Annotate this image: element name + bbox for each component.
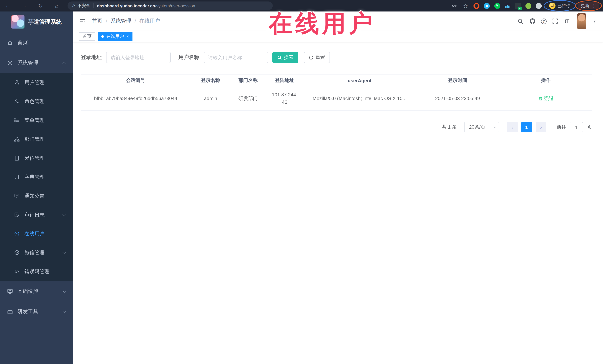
active-dot-icon [101, 35, 104, 38]
online-icon [14, 231, 20, 237]
extensions-icon[interactable] [536, 3, 542, 9]
sidebar-item-audit-log[interactable]: 审计日志 [0, 205, 73, 224]
url-path: /system/user-session [155, 3, 195, 8]
page-size-select[interactable]: 20条/页 ▾ [464, 122, 499, 132]
sidebar-item-system[interactable]: 系统管理 [0, 53, 73, 73]
chevron-down-icon [62, 212, 66, 216]
home-icon[interactable]: ⌂ [53, 3, 60, 9]
tree-icon [14, 136, 20, 142]
extension-icon-5[interactable]: en [515, 3, 521, 9]
sidebar-item-sms[interactable]: 短信管理 [0, 243, 73, 262]
tab-online-users[interactable]: 在线用户 × [98, 32, 133, 41]
cell-ip: 101.87.244. 46 [265, 86, 304, 111]
sidebar-item-home[interactable]: 首页 [0, 32, 73, 53]
next-page-button[interactable]: › [536, 122, 546, 132]
browser-menu-icon[interactable]: ⋮ [591, 3, 596, 9]
avatar[interactable] [577, 13, 586, 29]
breadcrumb-home[interactable]: 首页 [92, 18, 103, 24]
update-chip[interactable]: 更新 ⋮ [578, 2, 599, 9]
reset-button[interactable]: 重置 [304, 52, 330, 63]
shield-check-icon [14, 249, 20, 256]
cell-username: admin [190, 86, 231, 111]
page-number-1[interactable]: 1 [521, 122, 532, 132]
sidebar-item-online-users[interactable]: 在线用户 [0, 224, 73, 243]
github-icon[interactable] [529, 18, 536, 24]
key-icon[interactable] [451, 2, 458, 9]
sidebar-item-label: 短信管理 [24, 249, 45, 256]
warning-icon: ⚠ [72, 3, 76, 8]
chevron-down-icon [62, 309, 66, 313]
sidebar-item-roles[interactable]: 角色管理 [0, 92, 73, 111]
chevron-down-icon[interactable]: ▾ [594, 19, 596, 23]
sidebar-item-devtools[interactable]: 研发工具 [0, 301, 73, 322]
reset-button-label: 重置 [315, 54, 325, 61]
address-label: 登录地址 [81, 54, 102, 61]
sessions-table: 会话编号 登录名称 部门名称 登陆地址 userAgent 登录时间 操作 bf… [81, 75, 592, 111]
address-input[interactable] [106, 52, 171, 63]
col-actions: 操作 [500, 75, 592, 86]
sidebar-item-label: 通知公告 [24, 193, 45, 199]
fullscreen-icon[interactable] [552, 18, 558, 24]
col-login-time: 登录时间 [415, 75, 500, 86]
address-bar[interactable]: ⚠ 不安全 dashboard.yudao.iocoder.cn/system/… [68, 1, 273, 10]
extension-icon-2[interactable] [484, 3, 490, 9]
sidebar-item-label: 部门管理 [24, 136, 45, 143]
help-icon[interactable]: ? [541, 18, 547, 24]
chevron-down-icon [62, 289, 66, 292]
app-logo-row[interactable]: 芋道管理系统 [0, 11, 73, 32]
font-size-icon[interactable]: tT [564, 18, 570, 24]
tab-label: 首页 [83, 33, 92, 39]
sidebar-item-label: 岗位管理 [24, 155, 45, 161]
hamburger-icon[interactable] [79, 17, 86, 25]
sidebar-item-menus[interactable]: 菜单管理 [0, 111, 73, 130]
table-row: bfbb1ab79ba849e49fb26ddb56a73044 admin 研… [81, 86, 592, 111]
extension-icon-6[interactable] [525, 3, 531, 9]
breadcrumb-system[interactable]: 系统管理 [110, 18, 131, 24]
message-icon [14, 193, 20, 199]
username-label: 用户名称 [178, 54, 199, 61]
chevron-down-icon: ▾ [494, 125, 496, 129]
gear-icon [7, 60, 13, 66]
goto-page-input[interactable] [570, 122, 583, 132]
browser-toolbar: ← → ↻ ⌂ ⚠ 不安全 dashboard.yudao.iocoder.cn… [0, 0, 603, 11]
chevron-up-icon [62, 62, 66, 65]
sidebar-item-label: 基础设施 [17, 288, 38, 295]
back-icon[interactable]: ← [4, 3, 11, 9]
cell-login-time: 2021-05-03 23:05:49 [415, 86, 500, 111]
chevron-down-icon [62, 250, 66, 254]
screen: ← → ↻ ⌂ ⚠ 不安全 dashboard.yudao.iocoder.cn… [0, 0, 603, 364]
sidebar-item-users[interactable]: 用户管理 [0, 73, 73, 92]
extension-icon-1[interactable] [473, 3, 479, 9]
sidebar-item-label: 菜单管理 [24, 117, 45, 124]
extension-icon-3[interactable]: V [494, 3, 500, 9]
cell-session-id: bfbb1ab79ba849e49fb26ddb56a73044 [81, 86, 190, 111]
tab-home[interactable]: 首页 [79, 32, 95, 41]
bookmark-star-icon[interactable]: ☆ [462, 2, 469, 9]
tab-label: 在线用户 [106, 33, 124, 39]
search-icon[interactable] [517, 18, 524, 24]
browser-actions: ☆ V en 已暂停 更新 ⋮ [451, 2, 599, 10]
total-count: 共 1 条 [442, 124, 457, 131]
security-label[interactable]: 不安全 [78, 3, 90, 9]
reload-icon[interactable]: ↻ [37, 3, 44, 9]
prev-page-button[interactable]: ‹ [507, 122, 518, 132]
forward-icon[interactable]: → [21, 3, 27, 9]
close-icon[interactable]: × [127, 34, 129, 38]
profile-paused-chip[interactable]: 已暂停 [546, 2, 573, 10]
top-navbar: 首页 / 系统管理 / 在线用户 ? [73, 11, 603, 31]
extension-icon-4[interactable] [504, 3, 510, 9]
sidebar-item-errorcode[interactable]: 错误码管理 [0, 262, 73, 281]
sidebar-item-depts[interactable]: 部门管理 [0, 130, 73, 149]
page-unit-label: 页 [587, 124, 592, 131]
sidebar-item-posts[interactable]: 岗位管理 [0, 149, 73, 167]
home-icon [7, 39, 13, 46]
sidebar-item-label: 字典管理 [24, 174, 45, 180]
breadcrumb: 首页 / 系统管理 / 在线用户 [92, 18, 160, 24]
search-button-label: 搜索 [284, 54, 293, 61]
force-logout-button[interactable]: 强退 [538, 95, 554, 102]
username-input[interactable] [204, 52, 268, 63]
search-button[interactable]: 搜索 [272, 52, 298, 63]
sidebar-item-infra[interactable]: 基础设施 [0, 281, 73, 301]
sidebar-item-dict[interactable]: 字典管理 [0, 167, 73, 187]
sidebar-item-notice[interactable]: 通知公告 [0, 187, 73, 205]
